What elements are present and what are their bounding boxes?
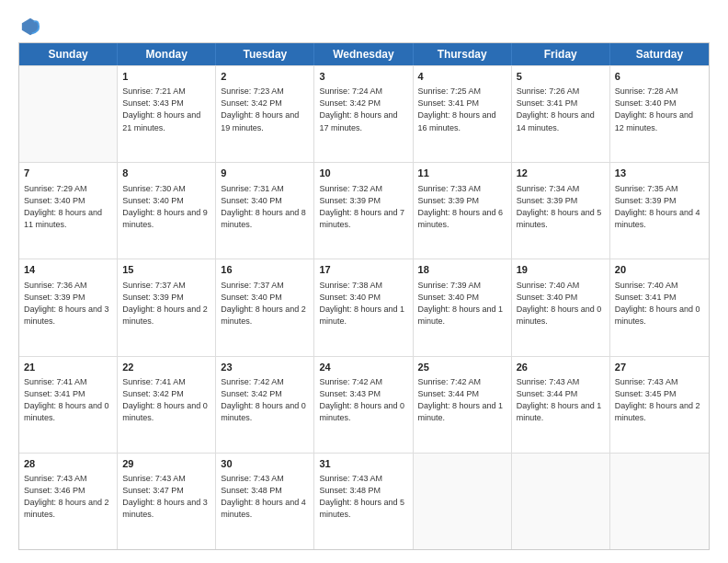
- day-info: Sunrise: 7:30 AMSunset: 3:40 PMDaylight:…: [122, 183, 210, 231]
- calendar-header: SundayMondayTuesdayWednesdayThursdayFrid…: [19, 43, 709, 65]
- calendar-row-2: 7Sunrise: 7:29 AMSunset: 3:40 PMDaylight…: [19, 162, 709, 259]
- day-number: 21: [24, 361, 112, 374]
- header-day-tuesday: Tuesday: [216, 43, 314, 65]
- day-info: Sunrise: 7:43 AMSunset: 3:44 PMDaylight:…: [517, 376, 605, 424]
- day-number: 11: [418, 167, 506, 180]
- day-cell-22: 22Sunrise: 7:41 AMSunset: 3:42 PMDayligh…: [118, 357, 216, 453]
- day-info: Sunrise: 7:43 AMSunset: 3:48 PMDaylight:…: [319, 473, 407, 521]
- day-cell-5: 5Sunrise: 7:26 AMSunset: 3:41 PMDaylight…: [512, 66, 610, 162]
- header-day-friday: Friday: [512, 43, 610, 65]
- day-number: 14: [24, 263, 112, 277]
- page-header: [18, 17, 710, 33]
- day-cell-8: 8Sunrise: 7:30 AMSunset: 3:40 PMDaylight…: [118, 163, 216, 259]
- day-cell-21: 21Sunrise: 7:41 AMSunset: 3:41 PMDayligh…: [19, 357, 118, 453]
- day-cell-7: 7Sunrise: 7:29 AMSunset: 3:40 PMDaylight…: [19, 163, 118, 259]
- day-cell-10: 10Sunrise: 7:32 AMSunset: 3:39 PMDayligh…: [314, 163, 413, 259]
- day-number: 22: [122, 361, 210, 374]
- header-day-sunday: Sunday: [19, 43, 118, 65]
- day-number: 24: [319, 361, 407, 374]
- day-number: 5: [517, 70, 605, 84]
- day-cell-28: 28Sunrise: 7:43 AMSunset: 3:46 PMDayligh…: [19, 454, 118, 549]
- day-cell-27: 27Sunrise: 7:43 AMSunset: 3:45 PMDayligh…: [610, 357, 709, 453]
- day-cell-25: 25Sunrise: 7:42 AMSunset: 3:44 PMDayligh…: [414, 357, 512, 453]
- calendar-row-3: 14Sunrise: 7:36 AMSunset: 3:39 PMDayligh…: [19, 259, 709, 355]
- day-info: Sunrise: 7:36 AMSunset: 3:39 PMDaylight:…: [24, 280, 112, 327]
- day-info: Sunrise: 7:29 AMSunset: 3:40 PMDaylight:…: [24, 183, 112, 231]
- day-number: 23: [221, 361, 309, 374]
- day-cell-17: 17Sunrise: 7:38 AMSunset: 3:40 PMDayligh…: [314, 259, 413, 355]
- calendar-row-1: 1Sunrise: 7:21 AMSunset: 3:43 PMDaylight…: [19, 65, 709, 162]
- day-cell-9: 9Sunrise: 7:31 AMSunset: 3:40 PMDaylight…: [216, 163, 314, 259]
- day-number: 31: [319, 457, 407, 471]
- day-cell-4: 4Sunrise: 7:25 AMSunset: 3:41 PMDaylight…: [414, 66, 512, 162]
- day-cell-2: 2Sunrise: 7:23 AMSunset: 3:42 PMDaylight…: [216, 66, 314, 162]
- day-info: Sunrise: 7:32 AMSunset: 3:39 PMDaylight:…: [319, 183, 407, 231]
- day-number: 10: [319, 167, 407, 180]
- day-info: Sunrise: 7:31 AMSunset: 3:40 PMDaylight:…: [221, 183, 309, 231]
- day-number: 12: [517, 167, 605, 180]
- day-cell-14: 14Sunrise: 7:36 AMSunset: 3:39 PMDayligh…: [19, 259, 118, 355]
- day-info: Sunrise: 7:26 AMSunset: 3:41 PMDaylight:…: [517, 86, 605, 133]
- day-number: 26: [517, 361, 605, 374]
- header-day-saturday: Saturday: [610, 43, 709, 65]
- day-number: 20: [615, 263, 704, 277]
- day-info: Sunrise: 7:41 AMSunset: 3:42 PMDaylight:…: [122, 376, 210, 424]
- day-number: 28: [24, 457, 112, 471]
- day-cell-1: 1Sunrise: 7:21 AMSunset: 3:43 PMDaylight…: [118, 66, 216, 162]
- day-info: Sunrise: 7:23 AMSunset: 3:42 PMDaylight:…: [221, 86, 309, 133]
- day-cell-16: 16Sunrise: 7:37 AMSunset: 3:40 PMDayligh…: [216, 259, 314, 355]
- header-day-thursday: Thursday: [414, 43, 512, 65]
- calendar-row-5: 28Sunrise: 7:43 AMSunset: 3:46 PMDayligh…: [19, 453, 709, 549]
- day-info: Sunrise: 7:41 AMSunset: 3:41 PMDaylight:…: [24, 376, 112, 424]
- day-cell-3: 3Sunrise: 7:24 AMSunset: 3:42 PMDaylight…: [314, 66, 413, 162]
- day-number: 30: [221, 457, 309, 471]
- day-cell-20: 20Sunrise: 7:40 AMSunset: 3:41 PMDayligh…: [610, 259, 709, 355]
- day-info: Sunrise: 7:43 AMSunset: 3:47 PMDaylight:…: [122, 473, 210, 521]
- day-number: 13: [615, 167, 704, 180]
- day-info: Sunrise: 7:42 AMSunset: 3:42 PMDaylight:…: [221, 376, 309, 424]
- day-number: 25: [418, 361, 506, 374]
- logo-icon: [20, 17, 40, 37]
- logo: [18, 17, 40, 33]
- calendar-row-4: 21Sunrise: 7:41 AMSunset: 3:41 PMDayligh…: [19, 356, 709, 453]
- day-number: 15: [122, 263, 210, 277]
- day-number: 6: [615, 70, 704, 84]
- day-cell-19: 19Sunrise: 7:40 AMSunset: 3:40 PMDayligh…: [512, 259, 610, 355]
- day-cell-15: 15Sunrise: 7:37 AMSunset: 3:39 PMDayligh…: [118, 259, 216, 355]
- empty-cell: [19, 66, 118, 162]
- day-cell-11: 11Sunrise: 7:33 AMSunset: 3:39 PMDayligh…: [414, 163, 512, 259]
- day-info: Sunrise: 7:34 AMSunset: 3:39 PMDaylight:…: [517, 183, 605, 231]
- day-cell-23: 23Sunrise: 7:42 AMSunset: 3:42 PMDayligh…: [216, 357, 314, 453]
- day-number: 27: [615, 361, 704, 374]
- day-number: 29: [122, 457, 210, 471]
- header-day-monday: Monday: [118, 43, 216, 65]
- day-info: Sunrise: 7:43 AMSunset: 3:48 PMDaylight:…: [221, 473, 309, 521]
- day-info: Sunrise: 7:38 AMSunset: 3:40 PMDaylight:…: [319, 280, 407, 327]
- day-number: 1: [122, 70, 210, 84]
- day-cell-6: 6Sunrise: 7:28 AMSunset: 3:40 PMDaylight…: [610, 66, 709, 162]
- day-number: 19: [517, 263, 605, 277]
- day-cell-12: 12Sunrise: 7:34 AMSunset: 3:39 PMDayligh…: [512, 163, 610, 259]
- empty-cell: [610, 454, 709, 549]
- calendar-body: 1Sunrise: 7:21 AMSunset: 3:43 PMDaylight…: [19, 65, 709, 549]
- day-number: 3: [319, 70, 407, 84]
- day-info: Sunrise: 7:21 AMSunset: 3:43 PMDaylight:…: [122, 86, 210, 133]
- day-info: Sunrise: 7:37 AMSunset: 3:39 PMDaylight:…: [122, 280, 210, 327]
- day-info: Sunrise: 7:42 AMSunset: 3:43 PMDaylight:…: [319, 376, 407, 424]
- day-cell-26: 26Sunrise: 7:43 AMSunset: 3:44 PMDayligh…: [512, 357, 610, 453]
- day-cell-30: 30Sunrise: 7:43 AMSunset: 3:48 PMDayligh…: [216, 454, 314, 549]
- day-cell-24: 24Sunrise: 7:42 AMSunset: 3:43 PMDayligh…: [314, 357, 413, 453]
- day-info: Sunrise: 7:39 AMSunset: 3:40 PMDaylight:…: [418, 280, 506, 327]
- day-number: 16: [221, 263, 309, 277]
- day-number: 8: [122, 167, 210, 180]
- day-info: Sunrise: 7:37 AMSunset: 3:40 PMDaylight:…: [221, 280, 309, 327]
- day-cell-18: 18Sunrise: 7:39 AMSunset: 3:40 PMDayligh…: [414, 259, 512, 355]
- day-cell-29: 29Sunrise: 7:43 AMSunset: 3:47 PMDayligh…: [118, 454, 216, 549]
- day-info: Sunrise: 7:25 AMSunset: 3:41 PMDaylight:…: [418, 86, 506, 133]
- day-number: 4: [418, 70, 506, 84]
- day-info: Sunrise: 7:43 AMSunset: 3:45 PMDaylight:…: [615, 376, 704, 424]
- day-cell-13: 13Sunrise: 7:35 AMSunset: 3:39 PMDayligh…: [610, 163, 709, 259]
- day-info: Sunrise: 7:28 AMSunset: 3:40 PMDaylight:…: [615, 86, 704, 133]
- day-number: 18: [418, 263, 506, 277]
- day-number: 7: [24, 167, 112, 180]
